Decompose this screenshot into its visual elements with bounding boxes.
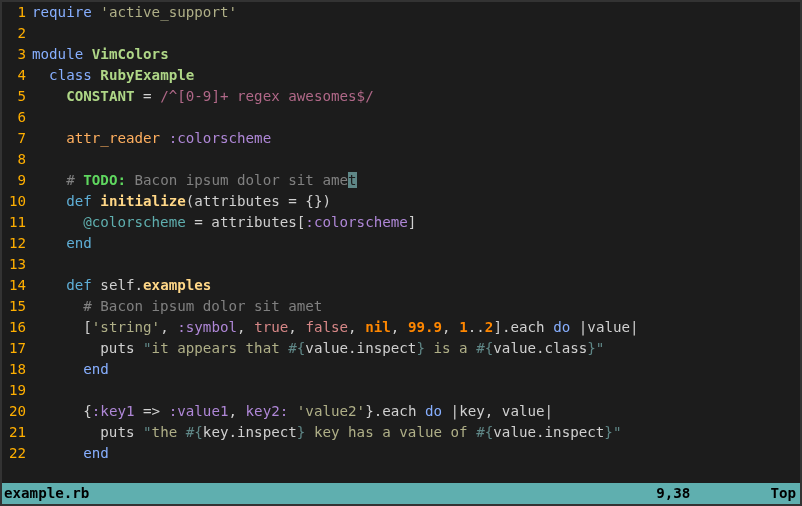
token-fg: , <box>288 319 305 335</box>
code-content[interactable]: def initialize(attributes = {}) <box>32 191 331 212</box>
code-line[interactable]: 21 puts "the #{key.inspect} key has a va… <box>2 422 800 443</box>
code-line[interactable]: 16 ['string', :symbol, true, false, nil,… <box>2 317 800 338</box>
code-line[interactable]: 13 <box>2 254 800 275</box>
token-fg <box>32 88 66 104</box>
token-string: is a <box>425 340 476 356</box>
token-num: 1 <box>459 319 468 335</box>
token-def: def <box>66 193 100 209</box>
line-number: 2 <box>2 23 32 44</box>
editor-window: 1require 'active_support'23module VimCol… <box>2 2 800 504</box>
line-number: 5 <box>2 86 32 107</box>
token-fg: value.class <box>493 340 587 356</box>
token-comment: # Bacon ipsum dolor sit amet <box>83 298 322 314</box>
code-content[interactable]: module VimColors <box>32 44 169 65</box>
code-area[interactable]: 1require 'active_support'23module VimCol… <box>2 2 800 483</box>
token-keyword: end <box>83 361 109 377</box>
token-string: key has a value of <box>305 424 476 440</box>
code-line[interactable]: 8 <box>2 149 800 170</box>
token-keyword: class <box>49 67 100 83</box>
token-fg: = attributes[ <box>186 214 306 230</box>
token-num: 99.9 <box>408 319 442 335</box>
token-fg: |key, value| <box>442 403 553 419</box>
code-line[interactable]: 1require 'active_support' <box>2 2 800 23</box>
code-line[interactable]: 22 end <box>2 443 800 464</box>
code-line[interactable]: 5 CONSTANT = /^[0-9]+ regex awesomes$/ <box>2 86 800 107</box>
code-line[interactable]: 9 # TODO: Bacon ipsum dolor sit amet <box>2 170 800 191</box>
token-string: 'value2' <box>297 403 365 419</box>
token-fg: . <box>135 277 144 293</box>
code-line[interactable]: 12 end <box>2 233 800 254</box>
code-line[interactable]: 10 def initialize(attributes = {}) <box>2 191 800 212</box>
line-number: 13 <box>2 254 32 275</box>
line-number: 18 <box>2 359 32 380</box>
code-content[interactable]: end <box>32 359 109 380</box>
token-fg: .. <box>468 319 485 335</box>
code-content[interactable]: ['string', :symbol, true, false, nil, 99… <box>32 317 639 338</box>
token-bool: true <box>254 319 288 335</box>
code-line[interactable]: 3module VimColors <box>2 44 800 65</box>
code-content[interactable]: CONSTANT = /^[0-9]+ regex awesomes$/ <box>32 86 374 107</box>
code-content[interactable]: puts "it appears that #{value.inspect} i… <box>32 338 604 359</box>
code-content[interactable]: require 'active_support' <box>32 2 237 23</box>
code-line[interactable]: 4 class RubyExample <box>2 65 800 86</box>
token-nil: nil <box>365 319 391 335</box>
token-symbol: :colorscheme <box>169 130 272 146</box>
code-line[interactable]: 11 @colorscheme = attributes[:colorschem… <box>2 212 800 233</box>
token-fg: , <box>391 319 408 335</box>
code-line[interactable]: 18 end <box>2 359 800 380</box>
token-string: it appears that <box>152 340 289 356</box>
token-string: the <box>152 424 186 440</box>
line-number: 3 <box>2 44 32 65</box>
token-fg: value.inspect <box>305 340 416 356</box>
token-comment: Bacon ipsum dolor sit ame <box>126 172 348 188</box>
code-content[interactable]: def self.examples <box>32 275 211 296</box>
code-content[interactable]: attr_reader :colorscheme <box>32 128 271 149</box>
code-content[interactable]: {:key1 => :value1, key2: 'value2'}.each … <box>32 401 553 422</box>
token-fg: puts <box>32 340 143 356</box>
line-number: 7 <box>2 128 32 149</box>
code-line[interactable]: 7 attr_reader :colorscheme <box>2 128 800 149</box>
code-line[interactable]: 20 {:key1 => :value1, key2: 'value2'}.ea… <box>2 401 800 422</box>
code-content[interactable]: end <box>32 233 92 254</box>
line-number: 6 <box>2 107 32 128</box>
code-line[interactable]: 17 puts "it appears that #{value.inspect… <box>2 338 800 359</box>
token-interp: } <box>587 340 596 356</box>
line-number: 11 <box>2 212 32 233</box>
token-const: CONSTANT <box>66 88 134 104</box>
token-cursor: t <box>348 172 357 188</box>
token-fg: }.each <box>365 403 425 419</box>
token-interp: #{ <box>476 424 493 440</box>
code-content[interactable]: # Bacon ipsum dolor sit amet <box>32 296 322 317</box>
token-delim: " <box>613 424 622 440</box>
token-const: RubyExample <box>100 67 194 83</box>
token-symbol: :colorscheme <box>305 214 408 230</box>
code-content[interactable]: class RubyExample <box>32 65 194 86</box>
token-fg: (attributes = {}) <box>186 193 331 209</box>
token-fg <box>32 235 66 251</box>
line-number: 4 <box>2 65 32 86</box>
line-number: 16 <box>2 317 32 338</box>
token-symbol: key2: <box>246 403 297 419</box>
code-line[interactable]: 6 <box>2 107 800 128</box>
token-ivar: @colorscheme <box>83 214 186 230</box>
code-content[interactable]: puts "the #{key.inspect} key has a value… <box>32 422 621 443</box>
line-number: 14 <box>2 275 32 296</box>
line-number: 20 <box>2 401 32 422</box>
token-fg <box>32 214 83 230</box>
token-interp: #{ <box>288 340 305 356</box>
token-keyword: require <box>32 4 100 20</box>
code-content[interactable]: end <box>32 443 109 464</box>
token-def: def <box>66 277 100 293</box>
token-fg: , <box>160 319 177 335</box>
code-content[interactable]: @colorscheme = attributes[:colorscheme] <box>32 212 416 233</box>
token-fg <box>32 130 66 146</box>
code-line[interactable]: 19 <box>2 380 800 401</box>
token-fg: , <box>442 319 459 335</box>
token-ident: initialize <box>100 193 185 209</box>
code-content[interactable]: # TODO: Bacon ipsum dolor sit amet <box>32 170 357 191</box>
token-fg: |value| <box>570 319 638 335</box>
code-line[interactable]: 14 def self.examples <box>2 275 800 296</box>
code-line[interactable]: 15 # Bacon ipsum dolor sit amet <box>2 296 800 317</box>
code-line[interactable]: 2 <box>2 23 800 44</box>
token-fg: , <box>237 319 254 335</box>
